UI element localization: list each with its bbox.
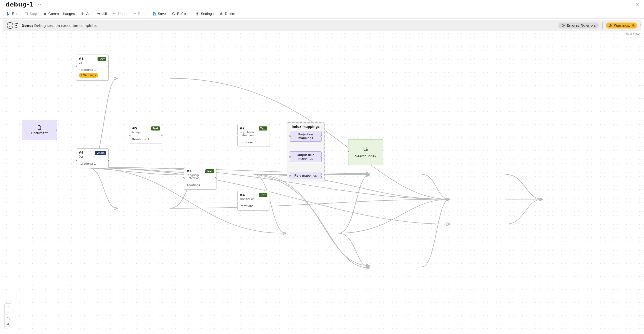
port-out[interactable] (321, 175, 322, 177)
errors-label: Errors: (567, 24, 579, 27)
add-skill-label: Add new skill (86, 12, 107, 16)
play-icon (7, 12, 10, 16)
check-circle-icon (7, 22, 13, 29)
error-icon (562, 24, 565, 27)
node-4[interactable]: #4 Translation Text Iterations: 1 (237, 191, 270, 211)
field-mappings[interactable]: Field mappings (290, 172, 322, 179)
run-button[interactable]: Run (4, 11, 21, 17)
lock-button[interactable] (5, 322, 11, 327)
port-in[interactable] (289, 175, 291, 177)
port-out[interactable] (108, 159, 109, 161)
port-out[interactable] (321, 135, 322, 137)
node-3[interactable]: #3 Language Detection Text Iterations: 1 (184, 167, 216, 190)
refresh-icon (172, 12, 176, 16)
field-mappings-label: Field mappings (294, 174, 317, 177)
more-icon[interactable]: ⋯ (36, 2, 41, 7)
port-in[interactable] (183, 177, 185, 179)
projection-mappings[interactable]: Projection mappings (290, 131, 322, 142)
node-document[interactable]: Document (22, 120, 57, 140)
index-mappings-panel: Index mappings Projection mappings Outpu… (287, 122, 325, 182)
database-search-icon (363, 146, 369, 152)
save-label: Save (158, 12, 166, 16)
node-2-number: #2 (240, 126, 259, 130)
stop-icon (24, 12, 28, 16)
commit-icon (43, 12, 47, 16)
warnings-label: Warnings: (614, 24, 630, 27)
chevron-left-icon (640, 23, 643, 27)
port-out[interactable] (269, 201, 270, 202)
graph-canvas[interactable]: React Flow (0, 31, 644, 333)
run-label: Run (12, 12, 18, 16)
port-out[interactable] (161, 135, 163, 136)
port-out[interactable] (56, 129, 57, 131)
zoom-in-button[interactable]: + (5, 304, 11, 310)
badge-text: Text (205, 169, 214, 173)
divider (602, 23, 603, 28)
commit-button[interactable]: Commit changes (41, 11, 77, 17)
badge-text: Text (151, 126, 160, 131)
port-in[interactable] (237, 201, 238, 202)
status-text: Done: Debug session execution complete. (21, 24, 97, 28)
node-5[interactable]: #5 Merge Text Iterations: 1 (130, 124, 162, 144)
warnings-pill[interactable]: Warnings: 4 (606, 23, 637, 28)
svg-point-2 (197, 13, 198, 14)
save-button[interactable]: Save (150, 11, 168, 17)
errors-value: No errors (581, 24, 596, 27)
lock-icon (7, 323, 9, 326)
node-search-index[interactable]: Search index (348, 139, 383, 165)
errors-pill[interactable]: Errors: No errors (558, 23, 599, 28)
port-in[interactable] (237, 135, 238, 136)
port-out[interactable] (321, 156, 322, 158)
output-field-mappings-label: Output field mappings (297, 153, 314, 160)
output-field-mappings[interactable]: Output field mappings (290, 151, 322, 162)
port-in[interactable] (76, 159, 77, 161)
close-icon[interactable]: ✕ (635, 2, 639, 7)
undo-button: Undo (111, 11, 129, 17)
fit-icon (7, 317, 9, 320)
svg-point-5 (364, 147, 367, 148)
fit-view-button[interactable] (5, 316, 11, 322)
node-3-number: #3 (186, 169, 205, 173)
svg-rect-0 (25, 12, 27, 15)
refresh-label: Refresh (177, 12, 190, 16)
port-in[interactable] (129, 135, 131, 136)
trash-icon (219, 12, 223, 16)
badge-text: Text (259, 126, 267, 131)
zoom-out-button[interactable]: − (5, 310, 11, 316)
settings-button[interactable]: Settings (193, 11, 216, 17)
node-1-number: #1 (79, 57, 83, 61)
page-title: debug-1 (5, 1, 34, 8)
undo-icon (113, 12, 116, 16)
collapse-panel-button[interactable] (638, 21, 644, 29)
save-icon (152, 12, 156, 16)
node-3-iterations: Iterations: 1 (186, 183, 214, 187)
port-out[interactable] (269, 135, 270, 136)
list-icon (15, 23, 18, 28)
port-in[interactable] (289, 135, 291, 137)
port-in[interactable] (76, 65, 77, 67)
warning-icon (609, 24, 612, 27)
status-bar: Done: Debug session execution complete. … (3, 20, 641, 31)
delete-button[interactable]: Delete (217, 11, 237, 17)
node-1-subtitle: V3 (79, 61, 83, 64)
node-1[interactable]: #1 V3 Text Iterations: 1 1 Warnings (76, 55, 109, 81)
warnings-value: 4 (632, 24, 634, 27)
canvas-controls: + − (4, 303, 12, 328)
gear-icon (195, 12, 199, 16)
port-in[interactable] (289, 156, 291, 158)
badge-text: Text (98, 57, 106, 61)
node-2-iterations: Iterations: 1 (240, 141, 267, 144)
plus-icon (81, 12, 85, 16)
index-mappings-title: Index mappings (289, 125, 323, 129)
stop-label: Stop (30, 12, 37, 16)
add-skill-button[interactable]: Add new skill (79, 11, 109, 17)
redo-label: Redo (138, 12, 146, 16)
node-2[interactable]: #2 Key Phrase Extraction Text Iterations… (237, 124, 270, 147)
refresh-button[interactable]: Refresh (170, 11, 192, 17)
node-document-label: Document (31, 131, 48, 135)
port-out[interactable] (108, 65, 109, 67)
port-in[interactable] (348, 151, 349, 153)
node-6[interactable]: #6 Ocr Vision Iterations: 1 (76, 148, 109, 168)
node-6-number: #6 (79, 151, 83, 155)
port-out[interactable] (215, 177, 217, 179)
